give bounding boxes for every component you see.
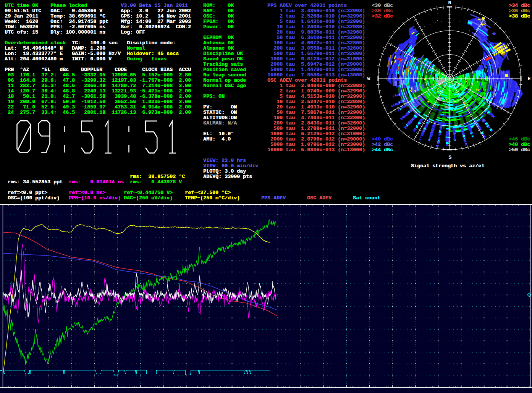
svg-text:N: N [448,0,451,6]
svg-text:S: S [449,155,452,160]
svg-text:W: W [367,76,370,82]
svg-text:E: E [528,76,531,82]
